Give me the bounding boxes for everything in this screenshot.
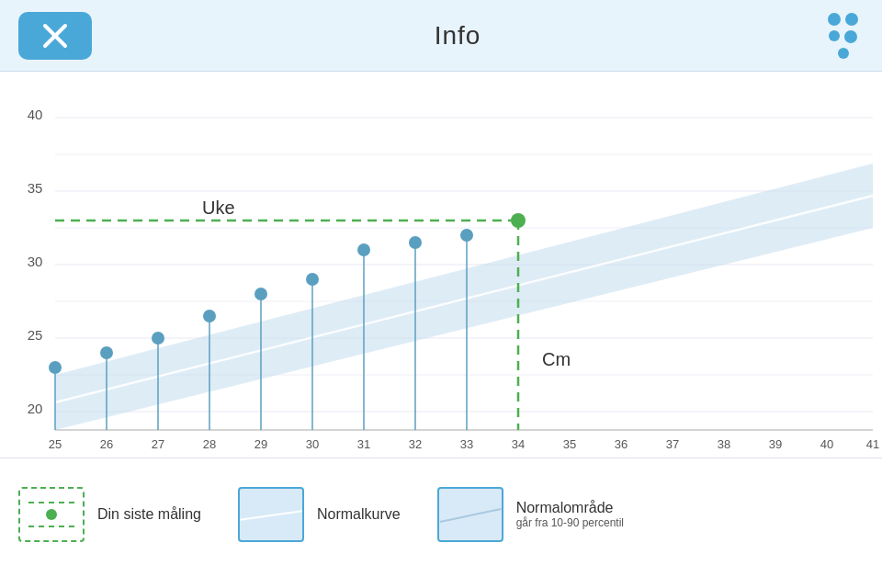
svg-text:35: 35	[563, 437, 576, 451]
legend-label-2: Normalkurve	[317, 506, 401, 523]
svg-text:26: 26	[100, 437, 113, 451]
svg-point-54	[357, 243, 370, 256]
dot	[845, 13, 858, 26]
legend-sublabel-3: går fra 10-90 percentil	[516, 516, 624, 529]
legend-text-1: Din siste måling	[97, 506, 201, 523]
svg-text:20: 20	[28, 401, 43, 416]
svg-point-46	[152, 332, 164, 345]
legend-label-3: Normalområde	[516, 500, 624, 516]
dot	[828, 13, 841, 26]
svg-text:37: 37	[666, 437, 679, 451]
page-title: Info	[435, 21, 481, 51]
legend-item-3: Normalområde går fra 10-90 percentil	[437, 487, 624, 542]
legend-item-1: Din siste måling	[18, 487, 201, 542]
svg-text:25: 25	[49, 437, 62, 451]
svg-text:39: 39	[769, 437, 782, 451]
svg-text:30: 30	[28, 254, 43, 269]
legend-box-measurement	[18, 487, 85, 542]
svg-text:27: 27	[152, 437, 164, 451]
legend-item-2: Normalkurve	[238, 487, 401, 542]
close-button[interactable]	[18, 12, 92, 60]
svg-text:38: 38	[718, 437, 730, 451]
dots-icon	[823, 13, 864, 59]
dashed-line-icon2	[28, 526, 74, 527]
svg-text:34: 34	[512, 437, 525, 451]
svg-text:32: 32	[409, 437, 422, 451]
chart-container: 40 35 30 25 20 25 26 27 28 29 30 31 32 3…	[0, 72, 882, 458]
svg-text:40: 40	[820, 437, 833, 451]
svg-text:33: 33	[460, 437, 473, 451]
svg-text:30: 30	[306, 437, 319, 451]
green-dot-icon	[46, 509, 57, 520]
header: Info	[0, 0, 882, 72]
svg-point-44	[100, 346, 113, 359]
legend-text-2: Normalkurve	[317, 506, 401, 523]
close-icon	[40, 20, 71, 51]
svg-text:Uke: Uke	[202, 198, 235, 218]
svg-text:28: 28	[203, 437, 216, 451]
dot	[838, 48, 849, 59]
svg-point-52	[306, 273, 319, 286]
svg-text:35: 35	[28, 180, 43, 196]
svg-text:Cm: Cm	[542, 349, 571, 369]
svg-text:31: 31	[357, 437, 370, 451]
svg-text:25: 25	[28, 327, 43, 343]
legend-box-normalkurve	[238, 487, 304, 542]
svg-point-50	[254, 288, 267, 300]
legend: Din siste måling Normalkurve Normalområd…	[0, 458, 882, 570]
svg-point-42	[49, 361, 62, 374]
dashed-line-icon	[28, 502, 74, 503]
svg-text:40: 40	[28, 107, 43, 122]
svg-text:36: 36	[615, 437, 628, 451]
area-diagonal-icon	[439, 507, 501, 522]
svg-point-59	[511, 213, 526, 228]
dot	[829, 30, 840, 41]
legend-text-3: Normalområde går fra 10-90 percentil	[516, 500, 624, 529]
legend-label-1: Din siste måling	[97, 506, 201, 523]
svg-point-58	[460, 229, 473, 242]
chart-svg: 40 35 30 25 20 25 26 27 28 29 30 31 32 3…	[0, 72, 882, 458]
svg-text:29: 29	[254, 437, 267, 451]
curve-line-icon	[240, 510, 302, 520]
dot	[844, 30, 857, 43]
legend-box-normalomrade	[437, 487, 503, 542]
svg-point-56	[409, 236, 422, 249]
svg-point-48	[203, 310, 216, 322]
svg-text:41: 41	[866, 437, 879, 451]
